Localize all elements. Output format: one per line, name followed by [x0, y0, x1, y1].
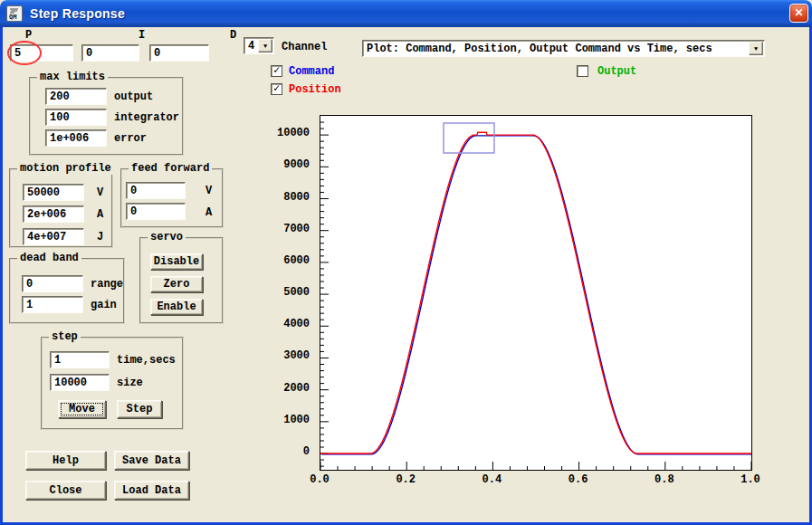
dead-band-group-title: dead band	[17, 252, 81, 264]
deadband-range-input[interactable]: 0	[22, 275, 83, 292]
y-tick-label: 5000	[263, 286, 310, 301]
accel-label: A	[97, 208, 103, 221]
app-icon: QM	[6, 5, 23, 22]
x-tick-label: 0.6	[559, 473, 598, 488]
y-tick-label: 6000	[263, 254, 310, 269]
motion-profile-group-title: motion profile	[17, 162, 114, 175]
y-tick-label: 1000	[263, 414, 310, 428]
x-tick-label: 0.0	[300, 473, 339, 488]
channel-dropdown-arrow-icon[interactable]: ▼	[258, 39, 272, 52]
series-position-line	[320, 132, 751, 453]
step-size-label: size	[117, 377, 143, 389]
save-data-button[interactable]: Save Data	[114, 451, 189, 470]
x-tick-label: 1.0	[731, 473, 770, 488]
step-button[interactable]: Step	[117, 400, 162, 418]
close-button[interactable]: ✕	[789, 4, 808, 23]
step-button-label: Step	[127, 403, 153, 415]
step-time-label: time,secs	[117, 354, 176, 367]
y-tick-label: 10000	[263, 127, 310, 141]
plot-type-select[interactable]: Plot: Command, Position, Output Command …	[362, 40, 765, 57]
position-checkbox-label: Position	[289, 83, 341, 96]
deadband-gain-input[interactable]: 1	[22, 296, 83, 313]
y-tick-label: 2000	[263, 382, 310, 396]
servo-zero-label: Zero	[164, 278, 190, 291]
window-title: Step Response	[30, 6, 125, 21]
max-limits-group-title: max limits	[37, 71, 108, 83]
load-data-button-label: Load Data	[122, 484, 181, 497]
channel-select-value: 4	[248, 40, 254, 52]
plot-x-axis-labels: 0.00.20.40.60.81.0	[320, 473, 752, 490]
y-tick-label: 3000	[263, 349, 310, 364]
i-gain-input[interactable]: 0	[81, 44, 139, 62]
app-icon-text: QM	[9, 14, 16, 21]
close-dialog-button[interactable]: Close	[25, 481, 106, 500]
velocity-label: V	[97, 186, 103, 199]
plot-type-select-value: Plot: Command, Position, Output Command …	[367, 43, 712, 55]
command-check-icon: ✓	[273, 64, 280, 77]
accel-input[interactable]: 2e+006	[23, 205, 84, 223]
ff-velocity-input[interactable]: 0	[126, 182, 186, 199]
max-error-input[interactable]: 1e+006	[45, 129, 107, 147]
plot-y-axis-labels: 0100020003000400050006000700080009000100…	[267, 115, 314, 471]
step-size-input[interactable]: 10000	[50, 374, 110, 391]
x-tick-label: 0.2	[386, 473, 425, 488]
deadband-range-label: range	[91, 278, 123, 291]
ff-accel-label: A	[205, 206, 212, 219]
y-tick-label: 7000	[263, 223, 310, 237]
y-tick-label: 9000	[263, 158, 310, 173]
jerk-input[interactable]: 4e+007	[23, 228, 84, 245]
load-data-button[interactable]: Load Data	[114, 481, 189, 500]
d-gain-input[interactable]: 0	[149, 44, 209, 62]
x-tick-label: 0.8	[645, 473, 684, 488]
servo-group-title: servo	[148, 231, 186, 243]
plot-type-dropdown-arrow-icon[interactable]: ▼	[749, 42, 763, 55]
position-check-icon: ✓	[273, 82, 280, 95]
app-window: QM Step Response ✕ P I D 5 0 0 max limit…	[0, 0, 812, 525]
i-label: I	[139, 29, 145, 42]
step-time-input[interactable]: 1	[50, 351, 110, 368]
feed-forward-group-title: feed forward	[129, 162, 212, 175]
x-tick-label: 0.4	[472, 473, 511, 488]
max-error-label: error	[114, 132, 147, 145]
servo-disable-label: Disable	[154, 255, 199, 268]
p-label: P	[25, 29, 32, 42]
command-checkbox-label: Command	[289, 65, 334, 78]
output-checkbox-label: Output	[597, 65, 636, 78]
servo-disable-button[interactable]: Disable	[150, 253, 203, 270]
velocity-input[interactable]: 50000	[23, 184, 84, 201]
channel-select[interactable]: 4 ▼	[244, 37, 274, 54]
output-checkbox[interactable]	[577, 65, 588, 77]
help-button-label: Help	[53, 454, 79, 467]
help-button[interactable]: Help	[25, 451, 106, 470]
deadband-gain-label: gain	[91, 299, 117, 311]
ff-accel-input[interactable]: 0	[126, 203, 186, 220]
move-button-label: Move	[69, 403, 95, 415]
y-tick-label: 0	[263, 445, 310, 460]
max-integrator-input[interactable]: 100	[45, 109, 107, 126]
ff-velocity-label: V	[205, 185, 212, 197]
max-output-label: output	[114, 91, 153, 103]
step-group-title: step	[49, 330, 81, 343]
close-icon: ✕	[794, 6, 803, 19]
titlebar[interactable]: QM Step Response ✕	[0, 0, 812, 27]
series-command-line	[321, 136, 751, 454]
servo-zero-button[interactable]: Zero	[150, 276, 203, 292]
servo-enable-label: Enable	[157, 301, 196, 313]
d-label: D	[230, 29, 236, 42]
step-response-plot[interactable]	[320, 115, 752, 471]
position-checkbox[interactable]: ✓	[271, 83, 282, 95]
window-border-left	[0, 27, 3, 522]
close-dialog-button-label: Close	[49, 484, 81, 497]
max-output-input[interactable]: 200	[45, 88, 107, 105]
save-data-button-label: Save Data	[122, 454, 181, 467]
jerk-label: J	[97, 231, 103, 243]
channel-label: Channel	[282, 41, 327, 53]
p-gain-input[interactable]: 5	[10, 44, 73, 62]
max-integrator-label: integrator	[114, 111, 179, 124]
y-tick-label: 4000	[263, 318, 310, 332]
servo-enable-button[interactable]: Enable	[150, 299, 203, 315]
command-checkbox[interactable]: ✓	[271, 65, 282, 77]
y-tick-label: 8000	[263, 191, 310, 205]
move-button[interactable]: Move	[58, 400, 106, 418]
